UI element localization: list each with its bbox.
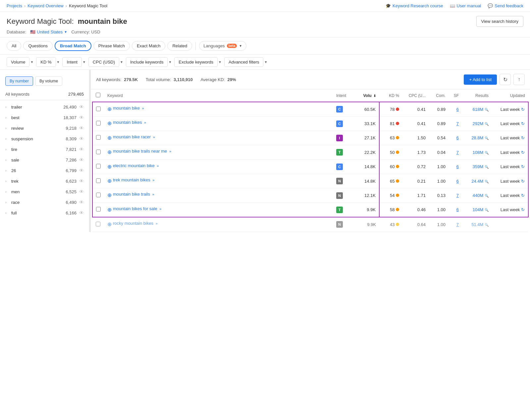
add-keyword-icon[interactable]: ⊕ — [107, 192, 112, 199]
add-keyword-icon[interactable]: ⊕ — [107, 177, 112, 185]
row-select-checkbox[interactable] — [96, 222, 100, 226]
eye-icon[interactable]: 👁 — [79, 125, 84, 131]
breadcrumb-projects[interactable]: Projects — [7, 3, 22, 8]
row-sf[interactable]: 7 — [449, 188, 462, 203]
col-header-sf[interactable]: SF — [449, 89, 462, 102]
eye-icon[interactable]: 👁 — [79, 189, 84, 194]
refresh-icon[interactable]: ↻ — [521, 207, 525, 212]
sf-link[interactable]: 7 — [456, 121, 459, 126]
keyword-link[interactable]: mountain bike trails near me — [113, 149, 167, 154]
row-select-checkbox[interactable] — [96, 107, 101, 111]
row-sf[interactable]: 6 — [449, 174, 462, 188]
volume-filter[interactable]: Volume — [7, 57, 29, 67]
sidebar-item[interactable]: › trailer 26,490 👁 — [0, 102, 89, 112]
keyword-arrows-icon[interactable]: » — [157, 164, 159, 168]
tab-all[interactable]: All — [7, 41, 21, 51]
keyword-arrows-icon[interactable]: » — [144, 120, 146, 124]
row-select-checkbox[interactable] — [96, 164, 101, 168]
tab-exact-match[interactable]: Exact Match — [132, 41, 166, 51]
send-feedback-link[interactable]: 💬 Send feedback — [488, 3, 523, 8]
sf-link[interactable]: 7 — [456, 150, 459, 155]
keyword-link[interactable]: trek mountain bikes — [113, 177, 150, 182]
select-all-checkbox[interactable] — [96, 93, 100, 97]
row-select-checkbox[interactable] — [96, 207, 101, 211]
add-to-list-button[interactable]: + Add to list — [464, 74, 497, 85]
sf-link[interactable]: 6 — [456, 207, 459, 212]
keyword-arrows-icon[interactable]: » — [156, 221, 158, 225]
sidebar-item[interactable]: › full 6,166 👁 — [0, 208, 89, 218]
sidebar-item[interactable]: › trek 6,623 👁 — [0, 176, 89, 186]
keyword-link[interactable]: rocky mountain bikes — [113, 221, 153, 226]
exclude-keywords-filter[interactable]: Exclude keywords — [174, 57, 218, 67]
user-manual-link[interactable]: 📖 User manual — [450, 3, 481, 8]
tab-languages[interactable]: Languages beta ▼ — [199, 41, 246, 51]
results-link[interactable]: 104M 🔍 — [473, 207, 489, 212]
eye-icon[interactable]: 👁 — [79, 178, 84, 184]
results-link[interactable]: 108M 🔍 — [473, 150, 489, 155]
row-checkbox[interactable] — [92, 145, 104, 160]
results-link[interactable]: 292M 🔍 — [473, 121, 489, 126]
col-header-com[interactable]: Com. — [429, 89, 449, 102]
col-header-results[interactable]: Results — [462, 89, 492, 102]
sidebar-item[interactable]: › sale 7,286 👁 — [0, 155, 89, 165]
sidebar-item[interactable]: › race 6,490 👁 — [0, 197, 89, 208]
sidebar-item[interactable]: › suspension 8,309 👁 — [0, 133, 89, 144]
keyword-link[interactable]: mountain bikes — [113, 120, 142, 125]
keyword-link[interactable]: mountain bike racer — [113, 134, 151, 139]
results-link[interactable]: 28.8M 🔍 — [471, 135, 489, 140]
sidebar-item[interactable]: › tire 7,821 👁 — [0, 144, 89, 155]
eye-icon[interactable]: 👁 — [79, 115, 84, 120]
add-keyword-icon[interactable]: ⊕ — [107, 134, 112, 142]
row-select-checkbox[interactable] — [96, 178, 101, 183]
keyword-link[interactable]: electric mountain bike — [113, 163, 155, 168]
keyword-arrows-icon[interactable]: » — [152, 178, 154, 182]
refresh-icon[interactable]: ↻ — [521, 121, 525, 126]
keyword-arrows-icon[interactable]: » — [153, 135, 155, 139]
refresh-icon[interactable]: ↻ — [521, 164, 525, 169]
add-keyword-icon[interactable]: ⊕ — [107, 221, 112, 228]
keyword-arrows-icon[interactable]: » — [169, 149, 171, 153]
tab-broad-match[interactable]: Broad Match — [55, 41, 91, 51]
sidebar-item[interactable]: › best 18,307 👁 — [0, 112, 89, 123]
eye-icon[interactable]: 👁 — [79, 200, 84, 205]
col-header-keyword[interactable]: Keyword — [104, 89, 333, 102]
refresh-button[interactable]: ↻ — [500, 74, 511, 85]
keyword-research-course-link[interactable]: 🎓 Keyword Research course — [386, 3, 443, 8]
sidebar-item[interactable]: › men 6,525 👁 — [0, 186, 89, 197]
sort-by-number-button[interactable]: By number — [5, 76, 33, 86]
sf-link[interactable]: 7 — [456, 193, 459, 198]
eye-icon[interactable]: 👁 — [79, 157, 84, 163]
col-header-cpc[interactable]: CPC (U... — [402, 89, 429, 102]
refresh-icon[interactable]: ↻ — [521, 193, 525, 198]
results-link[interactable]: 440M 🔍 — [473, 193, 489, 198]
sf-link[interactable]: 7 — [456, 222, 459, 227]
sidebar-item[interactable]: › 26 6,799 👁 — [0, 165, 89, 176]
eye-icon[interactable]: 👁 — [79, 210, 84, 215]
eye-icon[interactable]: 👁 — [79, 104, 84, 110]
kd-filter[interactable]: KD % — [36, 57, 56, 67]
row-checkbox[interactable] — [92, 203, 104, 217]
add-keyword-icon[interactable]: ⊕ — [107, 120, 112, 127]
eye-icon[interactable]: 👁 — [79, 168, 84, 173]
keyword-arrows-icon[interactable]: » — [152, 192, 154, 196]
sf-link[interactable]: 6 — [456, 164, 459, 169]
row-checkbox[interactable] — [92, 217, 104, 232]
sidebar-item[interactable]: › review 9,218 👁 — [0, 123, 89, 133]
database-selector[interactable]: 🇺🇸 United States ▼ — [30, 29, 67, 34]
add-keyword-icon[interactable]: ⊕ — [107, 149, 112, 156]
row-sf[interactable]: 6 — [449, 203, 462, 217]
breadcrumb-keyword-overview[interactable]: Keyword Overview — [27, 3, 63, 8]
row-checkbox[interactable] — [92, 188, 104, 203]
row-checkbox[interactable] — [92, 174, 104, 188]
tab-questions[interactable]: Questions — [23, 41, 53, 51]
refresh-icon[interactable]: ↻ — [521, 179, 525, 184]
view-history-button[interactable]: View search history — [476, 16, 523, 27]
cpc-filter[interactable]: CPC (USD) — [88, 57, 119, 67]
tab-related[interactable]: Related — [167, 41, 192, 51]
include-keywords-filter[interactable]: Include keywords — [126, 57, 168, 67]
row-sf[interactable]: 6 — [449, 160, 462, 174]
refresh-icon[interactable]: ↻ — [521, 107, 525, 112]
sf-link[interactable]: 6 — [456, 107, 459, 112]
row-sf[interactable]: 6 — [449, 131, 462, 145]
add-keyword-icon[interactable]: ⊕ — [107, 106, 112, 113]
